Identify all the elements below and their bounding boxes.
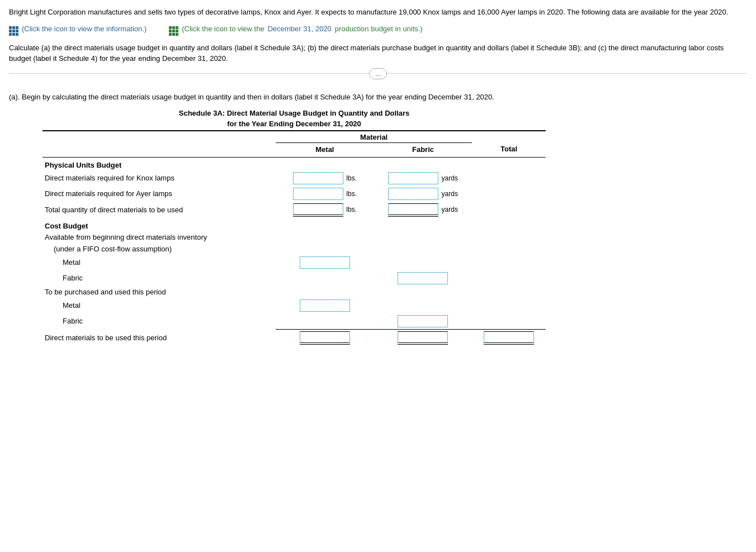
ayer-fabric-unit: yards (442, 190, 458, 198)
purch-metal-row: Metal (42, 298, 546, 313)
icon-link-2-suffix: production budget in units.) (335, 25, 423, 33)
ayer-fabric-cell: yards (374, 186, 472, 202)
fifo-row: (under a FIFO cost-flow assumption) (42, 243, 546, 255)
avail-fabric-row: Fabric (42, 270, 546, 286)
purch-metal-label: Metal (42, 298, 276, 313)
total-quantity-label: Total quantity of direct materials to be… (42, 202, 276, 218)
purch-metal-input[interactable] (300, 299, 350, 312)
grid-icon-1 (9, 22, 18, 36)
avail-metal-cell (276, 255, 374, 270)
cost-budget-section: Cost Budget (42, 218, 546, 231)
ayer-metal-input[interactable] (293, 188, 343, 200)
knox-metal-unit: lbs. (346, 174, 357, 182)
purch-fabric-cell (374, 313, 472, 330)
purch-fabric-label: Fabric (42, 313, 276, 330)
physical-units-section: Physical Units Budget (42, 157, 546, 170)
avail-metal-input[interactable] (300, 256, 350, 269)
knox-metal-input[interactable] (293, 172, 343, 184)
dm-used-total-cell (472, 329, 546, 346)
dm-used-fabric-cell (374, 329, 472, 346)
ayer-lamps-row: Direct materials required for Ayer lamps… (42, 186, 546, 202)
material-header: Material (276, 131, 472, 143)
grid-icon-2 (169, 22, 178, 36)
knox-label: Direct materials required for Knox lamps (42, 170, 276, 186)
purch-fabric-total-cell (472, 313, 546, 330)
icon-links-row: (Click the icon to view the information.… (9, 22, 747, 36)
section-divider: ... (9, 73, 747, 85)
knox-metal-cell: lbs. (276, 170, 374, 186)
ayer-label: Direct materials required for Ayer lamps (42, 186, 276, 202)
schedule-table: Material Metal Fabric Total Physical Uni… (42, 131, 546, 346)
total-metal-cell: lbs. (276, 202, 374, 218)
total-metal-unit: lbs. (346, 206, 357, 213)
cost-budget-label: Cost Budget (42, 218, 276, 231)
knox-fabric-unit: yards (442, 174, 458, 182)
icon-link-1-text: (Click the icon to view the information.… (22, 25, 147, 33)
icon-link-2[interactable]: (Click the icon to view the December 31,… (169, 22, 422, 36)
expand-button[interactable]: ... (369, 68, 387, 79)
knox-fabric-input[interactable] (388, 172, 438, 184)
ayer-fabric-input[interactable] (388, 188, 438, 200)
icon-link-2-prefix: (Click the icon to view the (182, 25, 264, 33)
fifo-label: (under a FIFO cost-flow assumption) (42, 243, 276, 255)
schedule-subtitle: for the Year Ending December 31, 2020 (42, 120, 546, 131)
icon-link-1[interactable]: (Click the icon to view the information.… (9, 22, 147, 36)
avail-metal-row: Metal (42, 255, 546, 270)
purch-fabric-row: Fabric (42, 313, 546, 330)
dm-used-metal-input[interactable] (300, 331, 350, 345)
ayer-metal-unit: lbs. (346, 190, 357, 198)
avail-fabric-input[interactable] (398, 272, 448, 284)
dm-used-label: Direct materials to be used this period (42, 329, 276, 346)
knox-fabric-cell: yards (374, 170, 472, 186)
ayer-metal-cell: lbs. (276, 186, 374, 202)
calculate-text: Calculate (a) the direct materials usage… (9, 42, 747, 64)
total-fabric-cell: yards (374, 202, 472, 218)
dm-used-total-input[interactable] (484, 331, 534, 345)
fabric-header: Fabric (374, 142, 472, 157)
total-fabric-input[interactable] (388, 203, 438, 217)
total-header: Total (472, 142, 546, 157)
purchased-row: To be purchased and used this period (42, 286, 546, 298)
metal-header: Metal (276, 142, 374, 157)
knox-lamps-row: Direct materials required for Knox lamps… (42, 170, 546, 186)
avail-metal-label: Metal (42, 255, 276, 270)
available-row: Available from beginning direct material… (42, 231, 546, 243)
purch-fabric-input[interactable] (398, 315, 448, 327)
available-label: Available from beginning direct material… (42, 231, 276, 243)
purchased-label: To be purchased and used this period (42, 286, 276, 298)
purch-metal-cell (276, 298, 374, 313)
dm-used-row: Direct materials to be used this period (42, 329, 546, 346)
schedule-container: Schedule 3A: Direct Material Usage Budge… (42, 109, 546, 346)
total-fabric-unit: yards (442, 206, 458, 213)
purch-fabric-metal-cell (276, 313, 374, 330)
intro-text: Bright Light Corporation manufactures an… (9, 7, 747, 18)
part-a-label: (a). Begin by calculating the direct mat… (9, 93, 747, 101)
icon-link-2-date: December 31, 2020 (268, 25, 332, 33)
physical-units-label: Physical Units Budget (42, 157, 276, 170)
schedule-title: Schedule 3A: Direct Material Usage Budge… (42, 109, 546, 117)
total-metal-input[interactable] (293, 203, 343, 217)
avail-fabric-label: Fabric (42, 270, 276, 286)
dm-used-metal-cell (276, 329, 374, 346)
avail-fabric-cell (374, 270, 472, 286)
dm-used-fabric-input[interactable] (398, 331, 448, 345)
total-quantity-row: Total quantity of direct materials to be… (42, 202, 546, 218)
